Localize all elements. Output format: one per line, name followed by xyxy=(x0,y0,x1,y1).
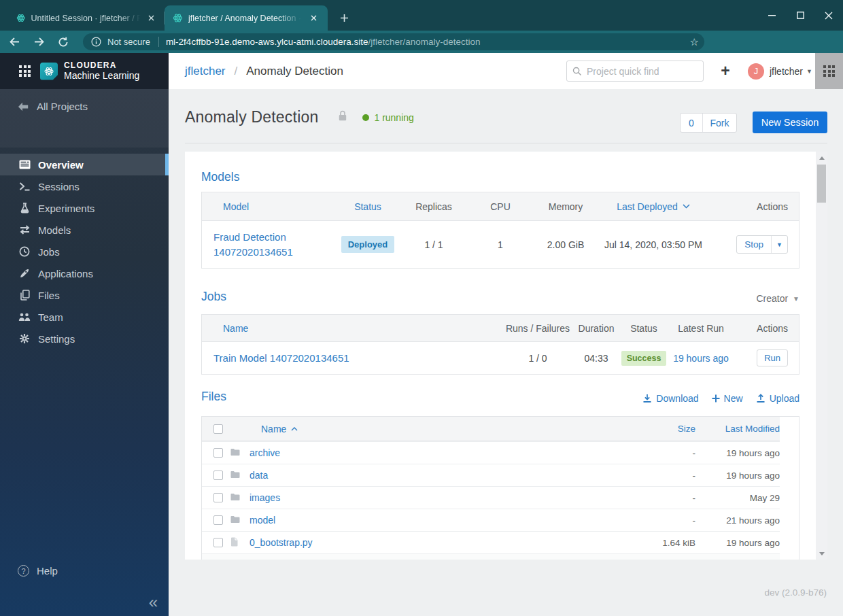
add-project-button[interactable]: + xyxy=(715,61,736,82)
jobs-col-actions: Actions xyxy=(735,315,799,341)
models-col-status[interactable]: Status xyxy=(341,192,395,220)
app-header: CLOUDERA Machine Learning jfletcher / An… xyxy=(0,53,843,89)
file-link[interactable]: images xyxy=(250,492,280,503)
stop-button[interactable]: Stop xyxy=(737,236,771,253)
sidebar-item-models[interactable]: Models xyxy=(0,219,169,241)
address-bar[interactable]: Not secure ml-2f4cffbb-91e.demo-aws.ylcu… xyxy=(83,33,704,50)
file-size: - xyxy=(600,515,695,526)
window-close-button[interactable] xyxy=(814,0,843,31)
sidebar-collapse-icon[interactable]: « xyxy=(149,593,158,612)
job-runs-cell: 1 / 0 xyxy=(504,342,572,374)
brand-text: CLOUDERA Machine Learning xyxy=(64,61,139,82)
jobs-col-name[interactable]: Name xyxy=(202,315,504,341)
new-session-button[interactable]: New Session xyxy=(753,112,827,133)
app-switcher-grid-icon xyxy=(823,65,835,77)
browser-tab-active[interactable]: jfletcher / Anomaly Detection · Cl xyxy=(165,5,328,31)
vertical-scrollbar[interactable] xyxy=(816,152,827,560)
files-col-name[interactable]: Name xyxy=(261,424,600,434)
files-col-size[interactable]: Size xyxy=(600,424,695,434)
models-col-last-deployed[interactable]: Last Deployed xyxy=(603,192,704,220)
job-status-cell: Success xyxy=(621,342,667,374)
latest-run-link[interactable]: 19 hours ago xyxy=(673,353,729,364)
site-info-icon[interactable] xyxy=(91,37,101,47)
sidebar-item-team[interactable]: Team xyxy=(0,306,169,328)
file-modified: 19 hours ago xyxy=(695,538,780,548)
row-checkbox[interactable] xyxy=(213,448,223,458)
job-link[interactable]: Train Model 14072020134651 xyxy=(213,352,349,364)
row-checkbox[interactable] xyxy=(213,515,223,525)
models-col-replicas: Replicas xyxy=(395,192,472,220)
file-link[interactable]: 0_bootstrap.py xyxy=(250,537,313,548)
bookmark-star-icon[interactable]: ☆ xyxy=(690,36,699,48)
sidebar-item-applications[interactable]: Applications xyxy=(0,262,169,284)
upload-link[interactable]: Upload xyxy=(756,393,799,404)
jobs-row: Train Model 14072020134651 1 / 0 04:33 S… xyxy=(202,342,799,374)
tab-close-icon[interactable] xyxy=(147,13,156,24)
sidebar-item-sessions[interactable]: Sessions xyxy=(0,175,169,197)
project-quick-find[interactable] xyxy=(566,61,704,82)
scroll-up-icon[interactable] xyxy=(816,153,827,162)
sidebar-item-jobs[interactable]: Jobs xyxy=(0,241,169,262)
file-link[interactable]: model xyxy=(250,515,275,526)
chevron-down-icon: ▼ xyxy=(793,295,799,303)
cloudera-ml-logo-icon[interactable] xyxy=(40,63,58,80)
title-divider xyxy=(185,143,827,143)
file-link[interactable]: data xyxy=(250,470,268,481)
fork-button[interactable]: Fork xyxy=(703,114,736,132)
help-link[interactable]: ? Help xyxy=(0,565,58,577)
all-projects-link[interactable]: All Projects xyxy=(18,101,88,112)
sidebar-item-label: Experiments xyxy=(38,203,94,214)
tab-close-icon[interactable] xyxy=(308,13,319,24)
running-dot-icon xyxy=(362,114,369,121)
models-heading: Models xyxy=(201,170,799,184)
files-col-modified[interactable]: Last Modified xyxy=(695,424,780,434)
sidebar-item-experiments[interactable]: Experiments xyxy=(0,197,169,219)
download-link[interactable]: Download xyxy=(642,393,698,404)
sidebar-item-settings[interactable]: Settings xyxy=(0,328,169,349)
row-checkbox[interactable] xyxy=(213,470,223,480)
browser-tab-inactive[interactable]: Untitled Session · jfletcher / Frau xyxy=(8,5,163,31)
back-icon[interactable] xyxy=(4,33,24,51)
window-maximize-button[interactable] xyxy=(786,0,814,31)
file-size: - xyxy=(600,470,695,481)
sidebar-item-label: Overview xyxy=(38,159,84,171)
reload-icon[interactable] xyxy=(53,33,73,51)
file-modified: 19 hours ago xyxy=(695,448,780,458)
sidebar-item-files[interactable]: Files xyxy=(0,284,169,306)
app-switcher-button[interactable] xyxy=(815,53,843,89)
file-link[interactable]: archive xyxy=(250,447,280,458)
search-input[interactable] xyxy=(587,66,695,77)
app-grid-icon[interactable] xyxy=(19,65,31,77)
chevron-down-icon: ▼ xyxy=(806,68,812,75)
row-checkbox[interactable] xyxy=(213,493,223,502)
files-table-header: Name Size Last Modified xyxy=(202,417,780,441)
row-checkbox[interactable] xyxy=(213,538,223,547)
search-icon xyxy=(572,67,582,76)
stop-dropdown-icon[interactable]: ▼ xyxy=(771,236,787,253)
new-file-link[interactable]: New xyxy=(712,393,743,404)
breadcrumb-user-link[interactable]: jfletcher xyxy=(185,65,226,78)
breadcrumb-project: Anomaly Detection xyxy=(246,65,343,78)
page-title: Anomaly Detection xyxy=(185,108,318,126)
scroll-down-icon[interactable] xyxy=(816,549,827,558)
new-tab-button[interactable] xyxy=(334,8,354,27)
file-modified: May 29 xyxy=(695,493,780,503)
models-col-model[interactable]: Model xyxy=(202,192,341,220)
select-all-checkbox[interactable] xyxy=(213,424,223,434)
fork-count-button[interactable]: 0 xyxy=(681,114,703,132)
file-size: - xyxy=(600,493,695,503)
scrollbar-thumb[interactable] xyxy=(817,165,826,203)
folder-icon xyxy=(230,447,250,458)
sidebar-item-overview[interactable]: Overview xyxy=(0,154,169,175)
forward-icon[interactable] xyxy=(29,33,49,51)
user-menu[interactable]: J jfletcher ▼ xyxy=(748,61,812,82)
run-button[interactable]: Run xyxy=(757,349,788,366)
window-minimize-button[interactable] xyxy=(757,0,786,31)
team-icon xyxy=(18,312,31,322)
sort-desc-icon xyxy=(683,204,690,209)
clipped-file-row xyxy=(202,553,780,560)
files-table: Name Size Last Modified archive - 19 hou… xyxy=(201,416,799,560)
jobs-filter-dropdown[interactable]: Creator ▼ xyxy=(756,293,799,304)
job-duration-cell: 04:33 xyxy=(572,342,621,374)
model-link[interactable]: Fraud Detection 14072020134651 xyxy=(213,230,293,260)
